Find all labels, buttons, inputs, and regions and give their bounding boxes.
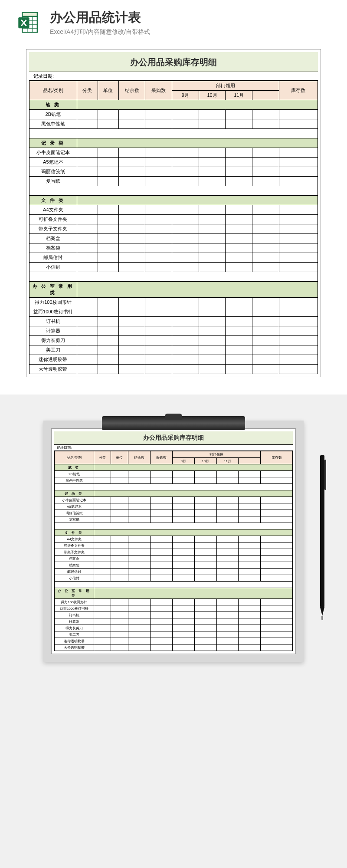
cell[interactable] [194,569,216,575]
cell[interactable] [98,119,118,129]
cell[interactable] [98,158,118,167]
cell[interactable] [261,605,293,612]
cell[interactable] [172,224,199,234]
cell[interactable] [172,497,194,503]
cell[interactable] [77,336,98,345]
cell[interactable] [172,158,199,167]
cell[interactable] [252,243,279,253]
cell[interactable] [128,497,150,503]
cell[interactable] [194,549,216,556]
cell[interactable] [77,263,98,272]
cell[interactable] [172,298,199,307]
cell[interactable] [128,510,150,516]
cell[interactable] [145,148,172,158]
cell[interactable] [226,110,252,119]
cell[interactable] [252,158,279,167]
cell[interactable] [94,575,111,582]
cell[interactable] [216,625,239,631]
cell[interactable] [194,618,216,625]
cell[interactable] [216,599,239,605]
cell[interactable] [98,110,118,119]
cell[interactable] [216,556,239,562]
cell[interactable] [194,536,216,542]
cell[interactable] [111,575,128,582]
cell[interactable] [199,167,226,177]
cell[interactable] [172,612,194,618]
cell[interactable] [199,119,226,129]
cell[interactable] [216,618,239,625]
cell[interactable] [239,542,261,549]
cell[interactable] [94,477,111,484]
cell[interactable] [261,631,293,638]
cell[interactable] [118,158,145,167]
cell[interactable] [98,317,118,326]
cell[interactable] [118,234,145,243]
cell[interactable] [77,215,98,224]
cell[interactable] [172,638,194,644]
cell[interactable] [194,631,216,638]
cell[interactable] [194,638,216,644]
cell[interactable] [128,516,150,523]
cell[interactable] [226,167,252,177]
cell[interactable] [199,243,226,253]
cell[interactable] [216,612,239,618]
cell[interactable] [172,110,199,119]
cell[interactable] [94,618,111,625]
cell[interactable] [252,224,279,234]
cell[interactable] [239,625,261,631]
cell[interactable] [239,516,261,523]
cell[interactable] [172,631,194,638]
cell[interactable] [226,119,252,129]
cell[interactable] [172,215,199,224]
cell[interactable] [239,549,261,556]
cell[interactable] [172,599,194,605]
cell[interactable] [128,599,150,605]
cell[interactable] [261,536,293,542]
cell[interactable] [98,355,118,365]
cell[interactable] [199,317,226,326]
cell[interactable] [145,263,172,272]
cell[interactable] [279,253,318,263]
cell[interactable] [118,110,145,119]
cell[interactable] [261,638,293,644]
cell[interactable] [279,298,318,307]
cell[interactable] [150,549,172,556]
cell[interactable] [118,326,145,336]
cell[interactable] [150,477,172,484]
cell[interactable] [172,253,199,263]
cell[interactable] [118,336,145,345]
cell[interactable] [77,317,98,326]
cell[interactable] [150,569,172,575]
cell[interactable] [226,263,252,272]
cell[interactable] [145,119,172,129]
cell[interactable] [172,569,194,575]
cell[interactable] [252,365,279,374]
cell[interactable] [216,497,239,503]
cell[interactable] [172,326,199,336]
cell[interactable] [172,355,199,365]
cell[interactable] [111,625,128,631]
cell[interactable] [128,638,150,644]
cell[interactable] [252,119,279,129]
cell[interactable] [252,205,279,215]
cell[interactable] [77,148,98,158]
cell[interactable] [111,631,128,638]
cell[interactable] [194,516,216,523]
cell[interactable] [98,243,118,253]
cell[interactable] [145,177,172,186]
cell[interactable] [252,355,279,365]
cell[interactable] [199,345,226,355]
cell[interactable] [239,497,261,503]
cell[interactable] [261,575,293,582]
cell[interactable] [226,234,252,243]
cell[interactable] [145,215,172,224]
cell[interactable] [226,243,252,253]
cell[interactable] [111,644,128,651]
cell[interactable] [172,345,199,355]
cell[interactable] [98,326,118,336]
cell[interactable] [128,556,150,562]
cell[interactable] [279,336,318,345]
cell[interactable] [172,549,194,556]
cell[interactable] [172,625,194,631]
cell[interactable] [150,625,172,631]
